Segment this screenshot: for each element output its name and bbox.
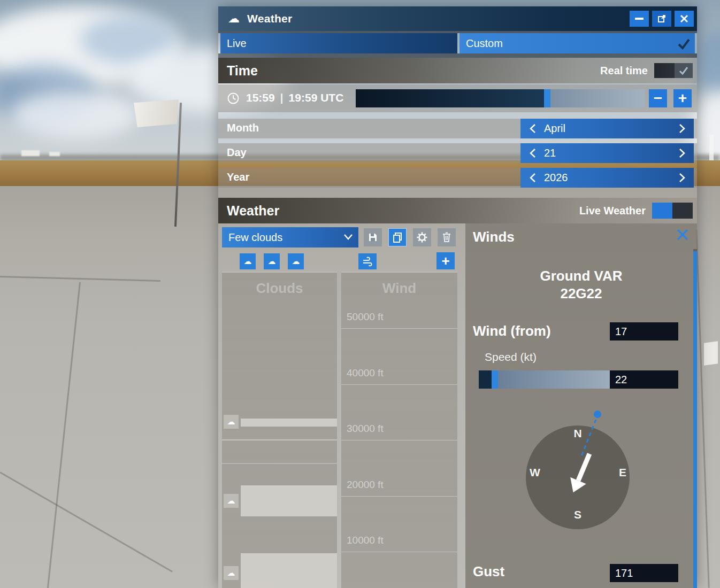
compass-direction-dot [594, 411, 601, 418]
time-section-title: Time [227, 63, 258, 79]
simulator-scene: ☁ Weather [0, 0, 720, 588]
trash-icon [441, 231, 452, 243]
checkmark-icon [676, 36, 691, 51]
settings-preset-button[interactable] [413, 228, 431, 246]
cloud-layer-tab-3[interactable]: ☁ [288, 253, 304, 269]
cloud-layer-icon[interactable]: ☁ [224, 494, 239, 508]
cloud-layer-bar[interactable] [241, 419, 337, 427]
wind-column-title: Wind [341, 280, 457, 297]
cloud-icon: ☁ [227, 568, 235, 578]
chevron-right-icon[interactable] [670, 173, 694, 183]
white-post [709, 135, 714, 160]
minimize-icon [635, 18, 644, 20]
real-time-checkbox-cell [675, 63, 693, 78]
close-icon [676, 228, 690, 242]
ground-var-readout: Ground VAR 22G22 [465, 267, 697, 303]
real-time-checkbox-track [654, 63, 675, 78]
weather-section-title: Weather [227, 203, 279, 219]
year-selector[interactable]: 2026 [520, 168, 694, 188]
cloud-icon: ☁ [268, 257, 276, 266]
live-weather-toggle-on [652, 203, 672, 219]
time-slider-handle[interactable] [544, 89, 550, 107]
winds-panel: Winds Ground VAR 22G22 Wind (from) 17 Sp… [465, 223, 697, 588]
real-time-checkbox[interactable] [654, 63, 693, 78]
cloud-layer-icon[interactable]: ☁ [224, 566, 239, 580]
cloud-layer-bar[interactable] [241, 485, 337, 516]
taxiway-marking [704, 341, 718, 366]
utc-time: 19:59 UTC [289, 91, 344, 104]
cloud-icon: ☁ [227, 496, 235, 506]
winds-panel-title: Winds [473, 229, 515, 245]
month-selector[interactable]: April [520, 119, 694, 138]
time-display: 15:59 | 19:59 UTC [246, 91, 343, 104]
weather-window: ☁ Weather [218, 6, 697, 588]
time-slider[interactable] [356, 89, 645, 107]
speed-input[interactable]: 22 [610, 370, 678, 389]
year-value: 2026 [544, 172, 568, 184]
cloud-blob [11, 91, 139, 139]
minimize-button[interactable] [630, 11, 649, 27]
chevron-right-icon[interactable] [670, 123, 694, 134]
time-row: 15:59 | 19:59 UTC − + [218, 84, 697, 112]
clouds-column: Clouds ☁ ☁ ☁ [222, 272, 337, 588]
month-value: April [544, 122, 565, 135]
add-layer-button[interactable]: + [436, 252, 455, 269]
wind-from-label: Wind (from) [473, 323, 551, 339]
cloud-layer-divider [222, 439, 337, 440]
close-icon [680, 14, 688, 23]
delete-preset-button[interactable] [438, 228, 456, 246]
month-row: Month April [218, 119, 697, 138]
day-selector[interactable]: 21 [520, 143, 694, 163]
distant-building [21, 150, 40, 156]
checkmark-icon [678, 65, 689, 76]
popout-button[interactable] [652, 11, 671, 27]
altitude-label-30000: 30000 ft [341, 423, 457, 440]
compass-north-label: N [573, 427, 581, 440]
wind-column: Wind 50000 ft 40000 ft 30000 ft 20000 ft… [341, 272, 457, 588]
save-preset-button[interactable] [364, 228, 382, 246]
cloud-icon: ☁ [227, 417, 235, 427]
window-titlebar: ☁ Weather [218, 6, 697, 31]
cloud-layer-tab-1[interactable]: ☁ [240, 253, 256, 269]
gear-icon [416, 231, 428, 243]
time-separator: | [280, 91, 284, 104]
chevron-left-icon[interactable] [520, 173, 544, 183]
altitude-label-20000: 20000 ft [341, 479, 457, 497]
cloud-layer-icon[interactable]: ☁ [224, 415, 239, 429]
weather-preset-dropdown[interactable]: Few clouds [222, 227, 358, 247]
cloud-layer-tab-2[interactable]: ☁ [264, 253, 280, 269]
chevron-left-icon[interactable] [520, 123, 544, 134]
ground-var-line1: Ground VAR [465, 267, 697, 285]
speed-slider[interactable] [479, 370, 610, 389]
wind-from-value: 17 [615, 326, 627, 338]
copy-preset-button[interactable] [388, 228, 407, 246]
tab-custom-label: Custom [466, 37, 503, 50]
wind-from-input[interactable]: 17 [610, 322, 678, 341]
cloud-icon: ☁ [228, 13, 240, 25]
time-plus-button[interactable]: + [673, 89, 692, 107]
gust-label: Gust [473, 563, 504, 580]
winds-close-button[interactable] [676, 228, 690, 244]
speed-slider-handle[interactable] [492, 370, 498, 389]
clouds-column-title: Clouds [222, 280, 337, 297]
month-label: Month [227, 122, 259, 134]
chevron-right-icon[interactable] [670, 148, 694, 158]
close-button[interactable] [675, 11, 694, 27]
window-title: Weather [247, 12, 293, 25]
wind-direction-compass[interactable]: N E S W [516, 409, 639, 551]
time-minus-button[interactable]: − [649, 89, 667, 107]
year-label: Year [227, 171, 249, 183]
live-weather-toggle[interactable] [652, 203, 693, 219]
cloud-layer-bar[interactable] [241, 553, 337, 588]
day-label: Day [227, 146, 247, 159]
wind-layer-tab[interactable] [358, 253, 377, 269]
tab-live[interactable]: Live [220, 33, 457, 53]
gust-input[interactable]: 171 [610, 564, 678, 582]
gust-value: 171 [615, 567, 633, 579]
real-time-label: Real time [600, 65, 648, 77]
chevron-left-icon[interactable] [520, 148, 544, 158]
tab-custom[interactable]: Custom [459, 33, 695, 53]
cloud-layer-divider [222, 463, 337, 464]
speed-label: Speed (kt) [485, 351, 537, 363]
day-value: 21 [544, 147, 556, 159]
